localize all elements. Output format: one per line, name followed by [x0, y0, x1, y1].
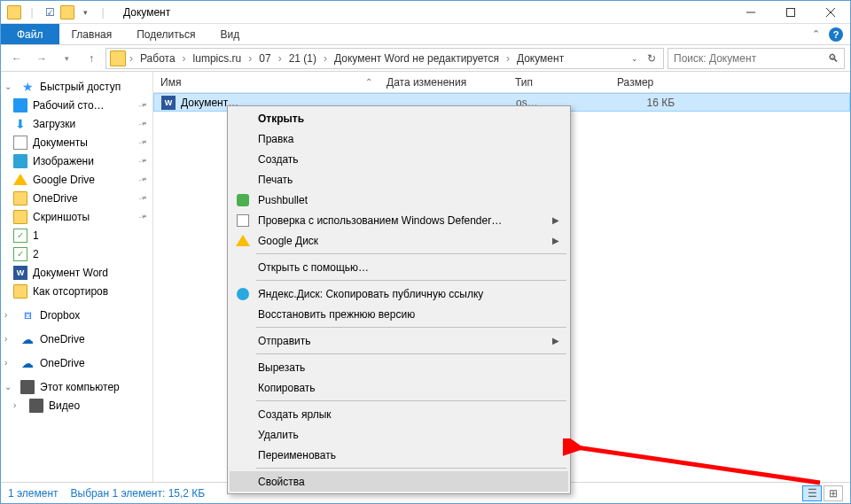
pushbullet-icon: [235, 192, 251, 208]
context-menu-item[interactable]: Удалить: [230, 424, 568, 445]
breadcrumb-seg[interactable]: 21 (1): [284, 49, 322, 68]
context-menu-item[interactable]: Создать: [230, 149, 568, 169]
sidebar-onedrive2[interactable]: ›☁OneDrive: [1, 353, 152, 372]
context-menu-label: Отправить: [258, 335, 311, 347]
sidebar-item[interactable]: Изображени📌︎: [1, 151, 152, 170]
search-icon[interactable]: 🔍︎: [828, 52, 839, 65]
refresh-icon[interactable]: ↻: [647, 52, 656, 65]
onedrive-icon: ☁: [20, 356, 35, 370]
context-menu-item[interactable]: Отправить▶: [230, 330, 568, 351]
context-menu-item[interactable]: Вырезать: [230, 357, 568, 377]
view-icons-button[interactable]: ⊞: [824, 485, 843, 501]
sidebar-item-label: Документ Word: [33, 267, 108, 279]
title-bar: | ☑ ▾ | Документ: [1, 1, 850, 24]
nav-forward-button[interactable]: →: [31, 48, 52, 69]
context-menu-item[interactable]: Открыть с помощью…: [230, 257, 568, 277]
breadcrumb-seg[interactable]: Документ Word не редактируется: [329, 49, 504, 68]
ribbon-expand-icon[interactable]: ⌃: [812, 28, 820, 40]
pin-icon: 📌︎: [137, 117, 149, 130]
pin-icon: 📌︎: [137, 136, 149, 149]
sidebar-this-pc[interactable]: ⌄Этот компьютер: [1, 377, 152, 396]
qat-folder-icon: [59, 4, 75, 20]
context-menu-item[interactable]: Google Диск▶: [230, 230, 568, 251]
sidebar-item[interactable]: Рабочий сто…📌︎: [1, 96, 152, 114]
view-details-button[interactable]: ☰: [802, 485, 822, 501]
search-box[interactable]: 🔍︎: [668, 48, 845, 69]
context-menu-item[interactable]: Создать ярлык: [230, 404, 568, 424]
search-input[interactable]: [674, 52, 823, 65]
qat-dropdown-icon[interactable]: ▾: [77, 4, 93, 20]
breadcrumb-seg[interactable]: lumpics.ru: [188, 49, 247, 68]
column-headers: Имя⌃ Дата изменения Тип Размер: [153, 72, 850, 93]
sidebar-onedrive[interactable]: ›☁OneDrive: [1, 330, 152, 348]
minimize-button[interactable]: [730, 1, 770, 24]
context-menu-item[interactable]: Pushbullet: [230, 190, 568, 210]
sidebar-item[interactable]: Как отсортиров: [1, 282, 152, 300]
quick-access-toolbar: | ☑ ▾ |: [1, 4, 116, 20]
pin-icon: 📌︎: [137, 191, 149, 205]
column-size[interactable]: Размер: [610, 76, 681, 89]
context-menu-label: Восстановить прежнюю версию: [258, 308, 415, 321]
nav-recent-button[interactable]: ▾: [56, 48, 77, 69]
ribbon-tab-view[interactable]: Вид: [207, 24, 252, 44]
breadcrumb-seg[interactable]: Документ: [511, 49, 569, 68]
sidebar-item[interactable]: ✓1: [1, 226, 152, 244]
ribbon-tab-home[interactable]: Главная: [59, 24, 125, 44]
nav-back-button[interactable]: ←: [6, 48, 27, 69]
context-menu-label: Печать: [258, 174, 293, 186]
breadcrumb[interactable]: › Работа› lumpics.ru› 07› 21 (1)› Докуме…: [105, 48, 664, 69]
chevron-down-icon[interactable]: ⌄: [4, 81, 13, 91]
context-menu-item[interactable]: Открыть: [230, 108, 568, 128]
breadcrumb-dropdown[interactable]: ⌄↻: [628, 52, 660, 65]
context-menu-item[interactable]: Проверка с использованием Windows Defend…: [230, 210, 568, 230]
sidebar-videos[interactable]: ›Видео: [1, 396, 152, 415]
column-name[interactable]: Имя⌃: [153, 76, 379, 89]
sidebar-dropbox[interactable]: ›⧈Dropbox: [1, 306, 152, 324]
video-icon: [29, 399, 43, 413]
nav-up-button[interactable]: ↑: [81, 48, 102, 69]
sidebar-item-label: 2: [33, 248, 39, 260]
chevron-right-icon[interactable]: ›: [128, 52, 135, 65]
context-menu-separator: [256, 327, 566, 328]
context-menu-item[interactable]: Копировать: [230, 377, 568, 398]
checkbox-icon[interactable]: ☑: [42, 4, 58, 20]
column-date[interactable]: Дата изменения: [379, 76, 508, 89]
context-menu-item[interactable]: Правка: [230, 128, 568, 149]
context-menu-item[interactable]: Переименовать: [230, 445, 568, 465]
sidebar-item-icon: [13, 136, 27, 150]
breadcrumb-seg[interactable]: Работа: [135, 49, 181, 68]
pin-icon: 📌︎: [137, 98, 149, 112]
sidebar-item-label: Google Drive: [33, 174, 95, 186]
sidebar-quick-access[interactable]: ⌄ ★ Быстрый доступ: [1, 77, 152, 96]
maximize-button[interactable]: [770, 1, 810, 24]
sidebar-item[interactable]: Документы📌︎: [1, 133, 152, 151]
context-menu-item[interactable]: Печать: [230, 169, 568, 190]
gdrive-icon: [235, 233, 251, 249]
column-type[interactable]: Тип: [508, 76, 610, 89]
close-button[interactable]: [810, 1, 850, 24]
help-icon[interactable]: ?: [829, 27, 843, 42]
breadcrumb-seg[interactable]: 07: [254, 49, 276, 68]
sidebar-item[interactable]: ✓2: [1, 244, 152, 263]
sidebar-item-icon: [13, 284, 27, 299]
submenu-arrow-icon: ▶: [552, 236, 559, 245]
context-menu-separator: [256, 253, 566, 254]
context-menu-item[interactable]: Свойства: [230, 471, 568, 492]
sidebar-item-icon: ⬇: [13, 117, 27, 131]
sidebar-item[interactable]: Google Drive📌︎: [1, 170, 152, 189]
context-menu-item[interactable]: Восстановить прежнюю версию: [230, 304, 568, 324]
navigation-pane: ⌄ ★ Быстрый доступ Рабочий сто…📌︎⬇Загруз…: [1, 72, 153, 482]
sort-asc-icon: ⌃: [365, 77, 372, 87]
context-menu-label: Создать: [258, 153, 299, 166]
sidebar-item[interactable]: ⬇Загрузки📌︎: [1, 114, 152, 133]
context-menu-item[interactable]: Яндекс.Диск: Скопировать публичную ссылк…: [230, 283, 568, 304]
folder-icon: [6, 4, 22, 20]
ribbon-file-tab[interactable]: Файл: [1, 24, 59, 44]
sidebar-item[interactable]: OneDrive📌︎: [1, 189, 152, 207]
breadcrumb-folder-icon: [110, 50, 126, 66]
sidebar-item[interactable]: WДокумент Word: [1, 263, 152, 282]
sidebar-item[interactable]: Скриншоты📌︎: [1, 207, 152, 226]
status-selection: Выбран 1 элемент: 15,2 КБ: [71, 487, 206, 500]
context-menu-separator: [256, 353, 566, 354]
ribbon-tab-share[interactable]: Поделиться: [124, 24, 207, 44]
